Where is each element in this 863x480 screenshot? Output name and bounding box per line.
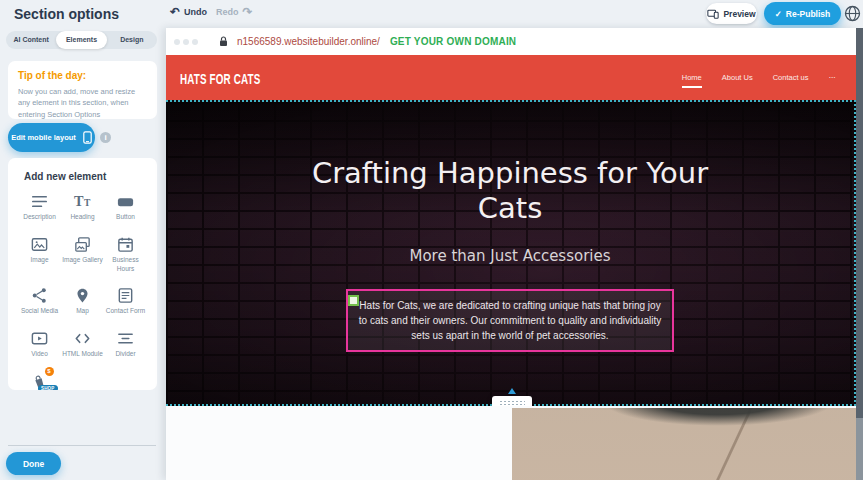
contact-form-icon [116,286,135,305]
tab-elements[interactable]: Elements [56,31,106,49]
topbar: Section options ↶ Undo Redo ↷ Preview ✓ … [0,0,863,28]
video-icon [30,329,49,348]
social-media-icon [30,286,49,305]
element-label: Image Gallery [62,256,102,265]
undo-button[interactable]: ↶ Undo [170,7,207,17]
site-nav: Home About Us Contact us ⋯ [682,55,836,100]
scrollbar-thumb[interactable] [856,28,863,418]
tip-of-the-day-card: Tip of the day: Now you can add, move an… [8,61,157,119]
site-header: HATS FOR CATS Home About Us Contact us ⋯ [166,55,856,100]
nav-more-icon[interactable]: ⋯ [829,73,837,82]
image-icon [30,235,49,254]
element-label: Contact Form [106,307,145,316]
app-window: Section options ↶ Undo Redo ↷ Preview ✓ … [0,0,863,480]
element-label: Business Hours [104,256,147,274]
element-label: Map [76,307,89,316]
notification-badge: $ [45,367,54,376]
page-title: Section options [14,6,119,22]
preview-button[interactable]: Preview [706,3,757,24]
element-label: Divider [115,350,135,359]
element-label: Heading [70,213,94,222]
language-globe-button[interactable] [844,5,861,22]
element-product-gallery[interactable]: SHOP $ Product Gallery [18,372,61,390]
browser-dot [174,39,180,45]
browser-bar: n1566589.websitebuilder.online/ GET YOUR… [166,28,856,55]
element-label: Button [116,213,135,222]
edit-mobile-layout-button[interactable]: Edit mobile layout [8,123,95,152]
site-canvas: n1566589.websitebuilder.online/ GET YOUR… [166,28,856,480]
info-icon[interactable]: i [100,132,111,143]
canvas-scrollbar[interactable] [856,28,863,480]
nav-item-about[interactable]: About Us [722,73,753,82]
svg-text:T: T [84,198,91,208]
hero-paragraph[interactable]: Hats for Cats, we are dedicated to craft… [346,289,674,352]
element-video[interactable]: Video [18,329,61,359]
element-social-media[interactable]: Social Media [18,286,61,316]
globe-icon [844,5,861,22]
resize-arrow-up-icon [508,388,516,394]
element-label: Social Media [21,307,58,316]
heading-icon: T T [73,192,92,211]
edit-mobile-label: Edit mobile layout [11,133,76,142]
shop-badge: SHOP [38,385,58,390]
add-element-title: Add new element [24,171,157,182]
sidebar: AI Content Elements Design Tip of the da… [0,28,166,480]
site-url: n1566589.websitebuilder.online/ [237,36,380,47]
element-divider[interactable]: Divider [104,329,147,359]
description-icon [30,192,49,211]
republish-button[interactable]: ✓ Re-Publish [764,2,841,25]
element-label: Video [31,350,48,359]
tip-body: Now you can add, move and resize any ele… [18,86,147,120]
redo-button[interactable]: Redo ↷ [216,7,253,17]
element-map[interactable]: Map [61,286,104,316]
resize-grip-dots [499,400,525,406]
nav-item-home[interactable]: Home [682,73,702,88]
element-image-gallery[interactable]: Image Gallery [61,235,104,274]
preview-label: Preview [723,9,755,19]
hero-content: Crafting Happiness for Your Cats More th… [166,102,854,352]
get-domain-link[interactable]: GET YOUR OWN DOMAIN [390,36,516,47]
next-section-image[interactable] [512,408,856,480]
element-grid: Description T T Heading Button [8,192,157,390]
element-button[interactable]: Button [104,192,147,222]
browser-dot [192,39,198,45]
tab-design[interactable]: Design [107,31,157,49]
browser-dot [183,39,189,45]
sidebar-tabbar: AI Content Elements Design [6,31,157,49]
hero-heading[interactable]: Crafting Happiness for Your Cats [295,156,725,227]
html-module-icon [73,329,92,348]
element-image[interactable]: Image [18,235,61,274]
map-icon [73,286,92,305]
hero-paragraph-text: Hats for Cats, we are dedicated to craft… [359,300,661,341]
element-html-module[interactable]: HTML Module [61,329,104,359]
element-business-hours[interactable]: Business Hours [104,235,147,274]
button-icon [116,192,135,211]
next-section[interactable] [166,406,856,480]
republish-label: Re-Publish [786,9,830,19]
divider-icon [116,329,135,348]
image-gallery-icon [73,235,92,254]
business-hours-icon [116,235,135,254]
lock-icon [219,36,228,47]
element-heading[interactable]: T T Heading [61,192,104,222]
element-drag-handle[interactable] [348,295,359,306]
phone-icon [83,131,92,144]
element-description[interactable]: Description [18,192,61,222]
devices-icon [707,9,719,19]
add-new-element-panel: Add new element Description T T Heading [8,158,157,390]
nav-item-contact[interactable]: Contact us [773,73,809,82]
element-label: Description [23,213,56,222]
site-logo[interactable]: HATS FOR CATS [180,71,260,88]
redo-label: Redo [216,7,239,17]
hero-section[interactable]: Crafting Happiness for Your Cats More th… [166,100,856,406]
element-label: HTML Module [62,350,103,359]
product-gallery-icon: SHOP $ [30,372,50,390]
tab-ai-content[interactable]: AI Content [6,31,56,49]
redo-icon: ↷ [243,7,253,17]
hero-subheading[interactable]: More than Just Accessories [409,247,610,265]
done-label: Done [23,459,44,469]
undo-icon: ↶ [170,7,180,17]
done-button[interactable]: Done [6,452,61,475]
sidebar-divider [8,445,156,446]
element-contact-form[interactable]: Contact Form [104,286,147,316]
